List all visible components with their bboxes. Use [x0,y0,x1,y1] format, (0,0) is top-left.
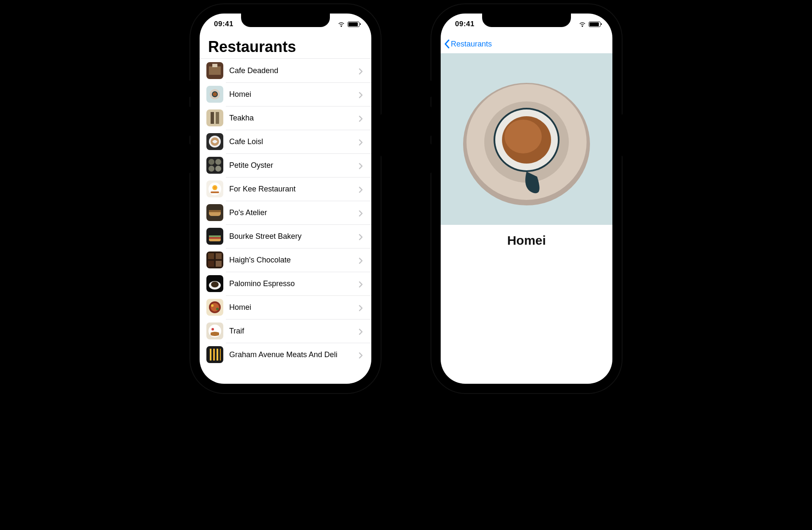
svg-rect-25 [209,210,221,212]
list-item[interactable]: Homei [200,295,371,319]
restaurant-list[interactable]: Cafe DeadendHomeiTeakhaCafe LoislPetite … [200,58,371,384]
svg-rect-22 [211,191,219,193]
list-item[interactable]: Haigh's Chocolate [200,248,371,272]
list-item[interactable]: Cafe Deadend [200,59,371,82]
svg-point-42 [216,308,219,310]
list-item[interactable]: Homei [200,82,371,106]
back-label: Restaurants [451,40,492,49]
page-title: Restaurants [200,35,371,58]
chevron-right-icon [359,115,364,120]
chevron-right-icon [359,234,364,239]
battery-icon [589,22,601,27]
chevron-left-icon [444,39,450,49]
list-item[interactable]: Teakha [200,106,371,130]
chevron-right-icon [359,186,364,191]
list-item-label: Po's Atelier [229,208,359,217]
detail-image [441,53,612,225]
back-button[interactable]: Restaurants [444,39,492,49]
svg-point-17 [215,166,221,172]
list-item[interactable]: Po's Atelier [200,201,371,224]
wifi-icon [579,22,586,27]
list-item[interactable]: Cafe Loisl [200,130,371,153]
svg-rect-7 [206,109,223,126]
list-item-label: Bourke Street Bakery [229,232,359,241]
svg-rect-49 [217,349,218,361]
chevron-right-icon [359,352,364,357]
svg-rect-29 [209,237,221,239]
list-item[interactable]: Traif [200,319,371,343]
svg-rect-28 [209,235,221,237]
list-item-label: Cafe Deadend [229,66,359,75]
notch [482,14,571,27]
thumbnail-image [206,180,223,197]
list-item[interactable]: Graham Avenue Meats And Deli [200,343,371,366]
list-item[interactable]: Bourke Street Bakery [200,224,371,248]
side-button [429,80,431,97]
svg-point-40 [211,303,219,311]
svg-rect-13 [206,157,223,174]
svg-rect-8 [211,112,214,124]
svg-rect-50 [220,349,221,361]
nav-bar: Restaurants [441,35,612,53]
thumbnail-image [206,322,223,339]
wifi-icon [337,22,345,27]
svg-rect-1 [209,66,221,75]
thumbnail-image [206,228,223,245]
side-button [188,80,190,97]
svg-point-6 [213,92,217,96]
list-item[interactable]: Petite Oyster [200,153,371,177]
phone-detail: 09:41 [431,4,622,393]
thumbnail-image [206,204,223,221]
volume-down-button [429,144,431,173]
battery-icon [348,22,359,27]
chevron-right-icon [359,139,364,144]
svg-rect-48 [213,349,215,361]
svg-rect-33 [208,261,214,267]
svg-rect-47 [210,349,211,361]
svg-point-58 [505,120,542,153]
svg-rect-34 [216,261,222,267]
status-time: 09:41 [214,20,233,28]
power-button [622,114,624,156]
thumbnail-image [206,299,223,316]
chevron-right-icon [359,163,364,168]
thumbnail-image [206,251,223,268]
list-item-label: Palomino Espresso [229,279,359,288]
svg-point-16 [208,166,214,172]
volume-down-button [188,144,190,173]
detail-body: Homei [441,53,612,384]
list-item-label: Traif [229,327,359,336]
thumbnail-image [206,109,223,126]
thumbnail-image [206,133,223,150]
chevron-right-icon [359,257,364,262]
chevron-right-icon [359,305,364,310]
thumbnail-image [206,157,223,174]
thumbnail-image [206,86,223,103]
thumbnail-image [206,62,223,79]
chevron-right-icon [359,328,364,333]
chevron-right-icon [359,210,364,215]
status-time: 09:41 [455,20,475,28]
svg-point-37 [211,281,219,287]
detail-title: Homei [441,225,612,248]
svg-rect-32 [216,253,222,259]
list-item[interactable]: Palomino Espresso [200,272,371,295]
chevron-right-icon [359,281,364,286]
svg-point-15 [215,159,221,165]
svg-rect-9 [216,112,219,124]
svg-point-41 [211,304,214,307]
chevron-right-icon [359,68,364,73]
thumbnail-image [206,346,223,363]
chevron-right-icon [359,92,364,97]
list-item-label: Homei [229,303,359,312]
power-button [381,114,383,156]
volume-up-button [188,107,190,136]
phone-list: 09:41 Restaurants Cafe DeadendHomeiTeakh… [190,4,381,393]
list-item-label: Homei [229,90,359,99]
svg-rect-31 [208,253,214,259]
list-item-label: Petite Oyster [229,161,359,170]
list-item[interactable]: For Kee Restaurant [200,177,371,201]
list-item-label: Haigh's Chocolate [229,256,359,265]
thumbnail-image [206,275,223,292]
list-item-label: For Kee Restaurant [229,185,359,194]
